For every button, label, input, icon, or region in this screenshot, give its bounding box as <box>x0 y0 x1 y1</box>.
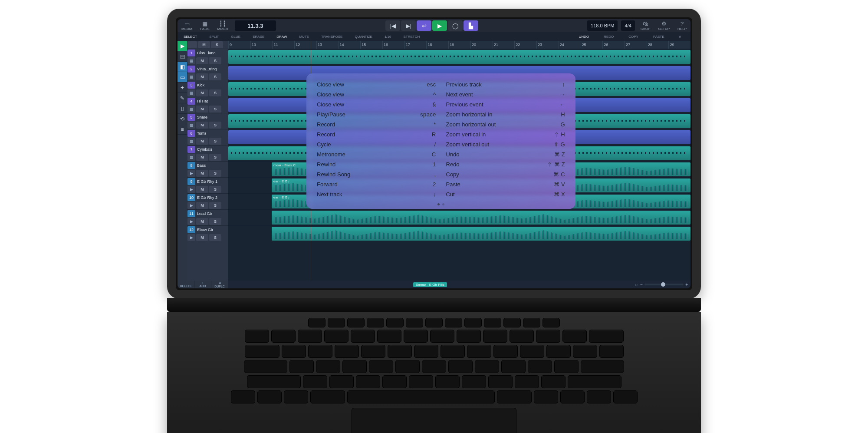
keyboard-key[interactable] <box>298 330 322 343</box>
midi-icon[interactable]: ▦ <box>187 73 195 80</box>
keyboard-key[interactable] <box>560 390 585 403</box>
snap-value[interactable]: 1/16 <box>378 32 398 41</box>
strip-btn-2[interactable]: ◧ <box>178 62 187 72</box>
midi-icon[interactable]: ▦ <box>187 122 195 129</box>
midi-icon[interactable]: ▦ <box>187 154 195 161</box>
track-row[interactable]: 9E Gtr Rhy 1▶MS <box>187 177 228 193</box>
keyboard-key[interactable] <box>475 360 499 373</box>
hscroll-icon[interactable]: ↔ <box>634 282 638 287</box>
ruler-tick[interactable]: 15 <box>360 41 382 49</box>
keyboard-key[interactable] <box>568 375 621 388</box>
keyboard-key[interactable] <box>462 375 486 388</box>
keyboard-key[interactable] <box>324 330 349 343</box>
keyboard-key[interactable] <box>534 390 558 403</box>
keyboard-key[interactable] <box>445 318 462 327</box>
track-row[interactable]: 6Toms▦MS <box>187 129 228 145</box>
ruler-tick[interactable]: 23 <box>536 41 559 49</box>
keyboard-key[interactable] <box>303 375 327 388</box>
paste-button[interactable]: PASTE <box>647 35 671 39</box>
keyboard-key[interactable] <box>245 345 279 358</box>
keyboard-key[interactable] <box>245 330 269 343</box>
keyboard-key[interactable] <box>257 390 282 403</box>
keyboard-key[interactable] <box>435 375 460 388</box>
track-row[interactable]: 11Lead Gtr▶MS <box>187 209 228 225</box>
ruler-tick[interactable]: 28 <box>647 41 669 49</box>
audio-play-icon[interactable]: ▶ <box>187 218 195 225</box>
audio-play-icon[interactable]: ▶ <box>187 186 195 193</box>
keyboard-key[interactable] <box>382 375 407 388</box>
mute-button[interactable]: M <box>196 170 208 177</box>
keyboard-key[interactable] <box>430 330 454 343</box>
keyboard-key[interactable] <box>414 345 438 358</box>
mute-button[interactable]: M <box>196 138 208 145</box>
keyboard-key[interactable] <box>587 390 611 403</box>
strip-btn-4[interactable]: ✦ <box>178 83 187 93</box>
mute-button[interactable]: M <box>196 202 208 209</box>
duplicate-track-button[interactable]: ⧉DUPLC <box>211 281 228 288</box>
audio-play-icon[interactable]: ▶ <box>187 170 195 177</box>
track-row[interactable]: 2Vinta...tring▦MS <box>187 65 228 81</box>
audio-play-icon[interactable]: ▶ <box>187 234 195 241</box>
ruler-tick[interactable]: 19 <box>448 41 470 49</box>
keyboard-key[interactable] <box>367 318 384 327</box>
solo-button[interactable]: S <box>209 138 221 145</box>
tool-glue[interactable]: GLUE <box>225 32 247 41</box>
midi-icon[interactable]: ▦ <box>187 57 195 64</box>
ruler-tick[interactable]: 21 <box>493 41 515 49</box>
arrange-area[interactable]: 9101112131415161718192021222324252627282… <box>228 41 690 281</box>
midi-icon[interactable]: ▦ <box>187 89 195 96</box>
strip-btn-1[interactable]: ▤ <box>178 51 187 62</box>
ruler-tick[interactable]: 9 <box>228 41 250 49</box>
keyboard-key[interactable] <box>589 330 624 343</box>
audio-clip[interactable] <box>272 227 690 241</box>
ruler-tick[interactable]: 16 <box>382 41 404 49</box>
ruler-tick[interactable]: 29 <box>668 41 690 49</box>
clip-label-fills[interactable]: Smear - E Gtr Fills <box>413 282 447 287</box>
ruler-tick[interactable]: 11 <box>272 41 294 49</box>
play-view-icon[interactable]: ▶ <box>178 41 187 51</box>
zoom-in-button[interactable]: + <box>685 282 688 287</box>
keyboard-key[interactable] <box>231 390 255 403</box>
keyboard-key[interactable] <box>409 375 433 388</box>
midi-icon[interactable]: ▦ <box>187 106 195 112</box>
ruler-tick[interactable]: 20 <box>470 41 493 49</box>
keyboard-key[interactable] <box>289 360 314 373</box>
tool-select[interactable]: SELECT <box>178 32 203 41</box>
keyboard-key[interactable] <box>497 390 532 403</box>
keyboard-key[interactable] <box>542 318 560 327</box>
ruler-tick[interactable]: 26 <box>602 41 625 49</box>
keyboard-key[interactable] <box>308 345 332 358</box>
keyboard-key[interactable] <box>501 360 526 373</box>
keyboard-key[interactable] <box>406 318 423 327</box>
redo-button[interactable]: REDO <box>598 35 620 39</box>
keyboard-key[interactable] <box>351 330 375 343</box>
keyboard-key[interactable] <box>388 345 412 358</box>
keyboard-key[interactable] <box>493 345 518 358</box>
keyboard-key[interactable] <box>335 345 359 358</box>
keyboard-key[interactable] <box>464 318 482 327</box>
strip-btn-3[interactable]: ▭ <box>178 72 187 83</box>
ruler-tick[interactable]: 14 <box>339 41 361 49</box>
mute-button[interactable]: M <box>196 106 208 112</box>
mute-button[interactable]: M <box>196 122 208 129</box>
mute-button[interactable]: M <box>196 57 208 64</box>
grid-button[interactable]: # <box>673 35 687 39</box>
tool-draw[interactable]: DRAW <box>270 32 293 41</box>
strip-btn-5[interactable]: ✎ <box>178 93 187 103</box>
mute-button[interactable]: M <box>196 73 208 80</box>
mute-button[interactable]: M <box>196 234 208 241</box>
forward-button[interactable]: ▶| <box>401 20 416 31</box>
time-signature[interactable]: 4/4 <box>621 20 635 31</box>
keyboard-key[interactable] <box>515 375 539 388</box>
tool-mute[interactable]: MUTE <box>293 32 315 41</box>
solo-button[interactable]: S <box>209 89 221 96</box>
keyboard-key[interactable] <box>395 360 420 373</box>
ruler-tick[interactable]: 25 <box>581 41 603 49</box>
lane[interactable] <box>228 225 690 241</box>
audio-play-icon[interactable]: ▶ <box>187 202 195 209</box>
tool-quantize[interactable]: QUANTIZE <box>349 32 378 41</box>
keyboard-key[interactable] <box>386 318 404 327</box>
keyboard-key[interactable] <box>503 318 521 327</box>
mute-button[interactable]: M <box>196 154 208 161</box>
solo-button[interactable]: S <box>209 57 221 64</box>
